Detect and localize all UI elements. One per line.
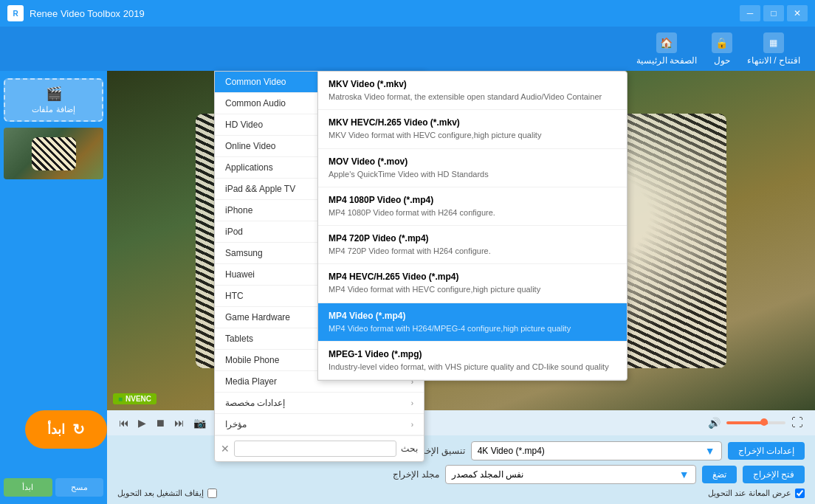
submenu-item-7[interactable]: MPEG-1 Video (*.mpg) Industry-level vide…: [318, 342, 627, 380]
play-button[interactable]: ▶: [135, 415, 149, 430]
menu-item-label: iPod: [225, 227, 243, 237]
volume-controls: 🔊 ⛶: [705, 415, 806, 431]
start-sidebar-button[interactable]: ابدأ: [4, 478, 52, 497]
menu-item-مؤخرا[interactable]: مؤخرا›: [215, 414, 424, 435]
title-bar-left: R Renee Video Toolbox 2019: [7, 5, 145, 21]
refresh-icon: ↻: [72, 421, 85, 438]
submenu-item-2[interactable]: MOV Video (*.mov) Apple's QuickTime Vide…: [318, 149, 627, 187]
menu-item-label: Online Video: [225, 141, 276, 151]
menu-item-arrow-icon: ›: [411, 399, 413, 407]
output-dir-row: مجلد الإخراج نفس المجلد كمصدر ▼ تضغ فتح …: [117, 465, 805, 484]
minimize-button[interactable]: ─: [740, 5, 760, 21]
thumbnail-image: [4, 128, 103, 179]
merge-button[interactable]: تضغ: [702, 466, 737, 483]
search-label: بحث: [401, 443, 418, 454]
submenu-item-3[interactable]: MP4 1080P Video (*.mp4) MP4 1080P Video …: [318, 187, 627, 226]
output-dir-label: مجلد الإخراج: [393, 469, 439, 480]
app-title: Renee Video Toolbox 2019: [30, 8, 145, 19]
maximize-button[interactable]: □: [763, 5, 784, 21]
menu-item-label: Applications: [225, 162, 273, 173]
submenu-item-desc: MKV Video format with HEVC configure,hig…: [329, 130, 616, 140]
nav-exit[interactable]: ▦ اقتتاح / الانتهاء: [747, 32, 800, 66]
submenu-item-title: MKV Video (*.mkv): [329, 79, 616, 89]
screenshot-button[interactable]: 📷: [190, 415, 209, 430]
submenu-item-0[interactable]: MKV Video (*.mkv) Matroska Video format,…: [318, 72, 627, 110]
app-logo: R: [7, 5, 24, 21]
menu-item-label: مؤخرا: [225, 419, 247, 429]
submenu-item-title: MP4 1080P Video (*.mp4): [329, 195, 616, 205]
menu-item-label: HTC: [225, 291, 244, 301]
submenu-scroll[interactable]: MKV Video (*.mkv) Matroska Video format,…: [318, 72, 627, 380]
header-nav: 🏠 الصفحة الرئيسية 🔒 حول ▦ اقتتاح / الانت…: [0, 27, 815, 71]
transport-controls: ⏮ ▶ ⏹ ⏭ 📷 📁: [116, 415, 230, 430]
submenu-item-desc: Apple's QuickTime Video with HD Standard…: [329, 169, 616, 179]
logo-text: R: [13, 10, 18, 18]
prev-button[interactable]: ⏮: [116, 415, 132, 430]
submenu-item-desc: Matroska Video format, the extensible op…: [329, 92, 616, 102]
menu-item-label: Mobile Phone: [225, 355, 279, 365]
menu-item-label: Common Video: [225, 77, 286, 87]
menu-item-label: Common Audio: [225, 98, 286, 108]
video-controls-bar: ⏮ ▶ ⏹ ⏭ 📷 📁 🔊 ⛶: [107, 410, 815, 435]
auto-stop-checkbox-item: إيقاف التشغيل بعد التحويل: [117, 489, 217, 498]
submenu-item-desc: MP4 1080P Video format with H264 configu…: [329, 207, 616, 218]
submenu-item-title: MP4 HEVC/H.265 Video (*.mp4): [329, 272, 616, 282]
menu-item-label: HD Video: [225, 120, 263, 130]
menu-item-label: Media Player: [225, 376, 277, 387]
output-dir-value: نفس المجلد كمصدر: [452, 469, 524, 480]
format-submenu: MKV Video (*.mkv) Matroska Video format,…: [317, 71, 627, 381]
submenu-item-6[interactable]: MP4 Video (*.mp4) MP4 Video format with …: [318, 303, 627, 342]
menu-item-label: Tablets: [225, 334, 253, 344]
submenu-item-desc: MP4 Video format with H264/MPEG-4 config…: [329, 323, 616, 334]
nvenc-badge: ■ NVENC: [113, 393, 157, 404]
title-bar: R Renee Video Toolbox 2019 ─ □ ✕: [0, 0, 815, 27]
volume-thumb: [760, 418, 768, 426]
menu-item-label: Samsung: [225, 248, 263, 258]
output-settings-button[interactable]: إعدادات الإخراج: [728, 442, 805, 460]
search-bar: بحث ✕: [215, 435, 424, 461]
film-icon: 🎬: [46, 86, 62, 102]
output-format-select[interactable]: 4K Video (*.mp4) ▼: [471, 441, 722, 460]
nav-home[interactable]: 🏠 الصفحة الرئيسية: [636, 32, 697, 66]
submenu-item-5[interactable]: MP4 HEVC/H.265 Video (*.mp4) MP4 Video f…: [318, 264, 627, 303]
thumbnail: [4, 128, 103, 179]
show-progress-checkbox[interactable]: [795, 489, 805, 498]
add-files-button[interactable]: 🎬 إضافة ملفات: [4, 78, 103, 122]
output-format-value: 4K Video (*.mp4): [478, 446, 545, 456]
clear-button[interactable]: مسح: [55, 478, 104, 497]
auto-stop-checkbox[interactable]: [207, 489, 217, 498]
menu-item-label: Huawei: [225, 269, 255, 280]
submenu-item-1[interactable]: MKV HEVC/H.265 Video (*.mkv) MKV Video f…: [318, 110, 627, 148]
submenu-item-desc: Industry-level video format, with VHS pi…: [329, 362, 616, 372]
show-progress-checkbox-item: عرض المعانة عند التحويل: [708, 489, 805, 498]
monitor-icon: ▦: [763, 32, 784, 53]
search-clear-button[interactable]: ✕: [221, 443, 230, 455]
output-dir-select[interactable]: نفس المجلد كمصدر ▼: [445, 465, 696, 484]
menu-item-إعدادات-مخصصة[interactable]: إعدادات مخصصة›: [215, 393, 424, 414]
submenu-item-title: MP4 720P Video (*.mp4): [329, 233, 616, 244]
submenu-item-desc: MP4 720P Video format with H264 configur…: [329, 246, 616, 256]
volume-icon[interactable]: 🔊: [705, 415, 723, 430]
nav-about[interactable]: 🔒 حول: [712, 32, 732, 66]
search-input[interactable]: [234, 441, 396, 457]
start-button[interactable]: ↻ ابدأ: [25, 410, 107, 449]
expand-button[interactable]: ⛶: [788, 415, 806, 431]
home-label: الصفحة الرئيسية: [636, 55, 697, 66]
submenu-item-title: MOV Video (*.mov): [329, 156, 616, 167]
menu-item-label: iPhone: [225, 205, 252, 215]
submenu-item-4[interactable]: MP4 720P Video (*.mp4) MP4 720P Video fo…: [318, 226, 627, 264]
dir-dropdown-arrow-icon: ▼: [679, 469, 690, 480]
checkboxes-row: عرض المعانة عند التحويل إيقاف التشغيل بع…: [117, 489, 805, 498]
next-button[interactable]: ⏭: [171, 415, 188, 430]
about-label: حول: [714, 55, 730, 66]
close-button[interactable]: ✕: [787, 5, 808, 21]
submenu-item-title: MKV HEVC/H.265 Video (*.mkv): [329, 117, 616, 128]
main-layout: 🎬 إضافة ملفات ابدأ مسح Common Video›Comm…: [0, 71, 815, 504]
stop-button[interactable]: ⏹: [152, 415, 168, 430]
volume-slider[interactable]: [726, 421, 785, 424]
open-output-button[interactable]: فتح الإخراج: [743, 466, 805, 483]
submenu-item-desc: MP4 Video format with HEVC configure,hig…: [329, 284, 616, 294]
lock-icon: 🔒: [712, 32, 732, 53]
add-files-label: إضافة ملفات: [32, 105, 75, 114]
menu-item-arrow-icon: ›: [411, 421, 413, 429]
